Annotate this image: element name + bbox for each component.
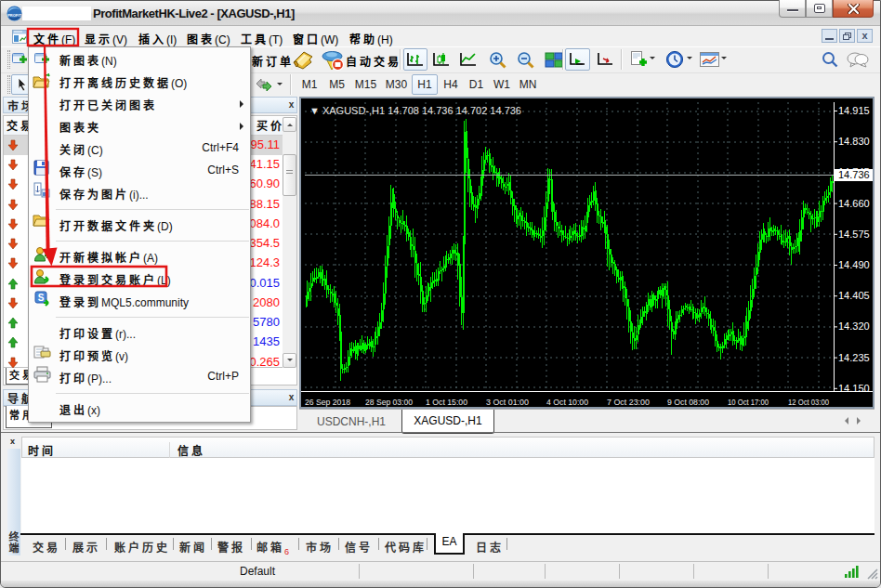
svg-text:4 Oct 10:00: 4 Oct 10:00: [546, 397, 588, 407]
svg-text:14.320: 14.320: [838, 320, 870, 332]
svg-text:28 Sep 03:00: 28 Sep 03:00: [365, 397, 413, 407]
svg-text:12 Oct 03:00: 12 Oct 03:00: [788, 397, 829, 407]
svg-text:14.660: 14.660: [838, 198, 870, 209]
svg-text:14.575: 14.575: [838, 229, 870, 240]
svg-text:26 Sep 2018: 26 Sep 2018: [305, 397, 350, 407]
svg-text:14.405: 14.405: [838, 290, 870, 301]
svg-text:7 Oct 23:00: 7 Oct 23:00: [607, 397, 650, 407]
svg-text:S: S: [38, 293, 45, 303]
svg-text:14.490: 14.490: [838, 259, 870, 270]
svg-text:14.830: 14.830: [838, 136, 870, 147]
svg-text:9 Oct 08:00: 9 Oct 08:00: [667, 397, 709, 407]
svg-text:14.235: 14.235: [838, 352, 870, 363]
svg-text:10 Oct 17:00: 10 Oct 17:00: [728, 397, 769, 407]
svg-text:14.915: 14.915: [838, 105, 870, 116]
svg-text:14.736: 14.736: [838, 169, 870, 180]
svg-text:1 Oct 15:00: 1 Oct 15:00: [426, 397, 467, 407]
svg-text:3 Oct 01:00: 3 Oct 01:00: [486, 397, 529, 407]
svg-text:PROFIT: PROFIT: [7, 13, 21, 18]
svg-text:14.150: 14.150: [838, 383, 870, 394]
svg-text:▼ XAGUSD-,H1 14.708 14.736 14: ▼ XAGUSD-,H1 14.708 14.736 14.702 14.736: [309, 105, 521, 116]
